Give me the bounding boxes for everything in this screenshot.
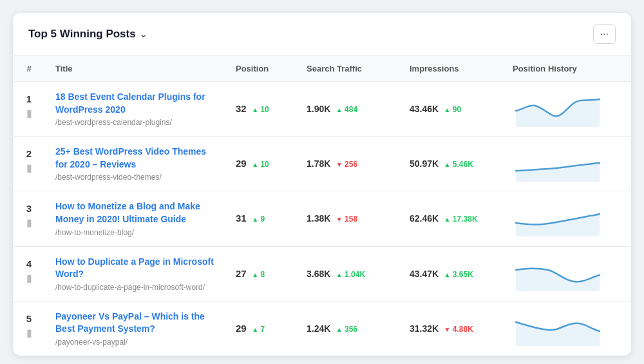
- document-icon: ▮: [23, 162, 35, 174]
- traffic-cell: 1.38K ▼ 158: [296, 191, 399, 246]
- impressions-cell: 43.47K ▲ 3.65K: [399, 246, 502, 301]
- table-header-row: # Title Position Search Traffic Impressi…: [13, 56, 631, 82]
- rank-number: 2: [23, 148, 35, 159]
- rank-cell: 3 ▮: [13, 191, 45, 246]
- impressions-value: 43.47K: [410, 269, 439, 279]
- impressions-delta: ▲ 17.38K: [444, 215, 478, 224]
- rank-number: 4: [23, 258, 35, 269]
- position-cell: 31 ▲ 9: [225, 191, 296, 246]
- traffic-cell: 1.78K ▼ 256: [296, 137, 399, 191]
- col-header-position: Position: [225, 56, 296, 82]
- sparkline-chart: [513, 311, 603, 346]
- sparkline-chart: [513, 201, 603, 236]
- rank-number: 5: [23, 313, 35, 324]
- rank-cell: 1 ▮: [13, 82, 45, 137]
- rank-cell: 4 ▮: [13, 246, 45, 301]
- history-cell: [502, 301, 631, 356]
- traffic-delta: ▲ 484: [336, 105, 357, 114]
- position-value: 31: [236, 213, 247, 224]
- history-cell: [502, 191, 631, 246]
- post-url: /best-wordpress-calendar-plugins/: [55, 118, 215, 127]
- post-url: /how-to-duplicate-a-page-in-microsoft-wo…: [55, 283, 215, 292]
- impressions-cell: 31.32K ▼ 4.88K: [399, 301, 502, 356]
- position-delta: ▲ 10: [252, 160, 269, 169]
- traffic-delta: ▲ 1.04K: [336, 270, 365, 279]
- impressions-cell: 50.97K ▲ 5.46K: [399, 137, 502, 191]
- traffic-cell: 1.24K ▲ 356: [296, 301, 399, 356]
- impressions-cell: 62.46K ▲ 17.38K: [399, 191, 502, 246]
- chevron-down-icon: ⌄: [140, 30, 147, 39]
- impressions-value: 50.97K: [410, 158, 439, 169]
- col-header-title: Title: [45, 56, 225, 82]
- table-row: 4 ▮ How to Duplicate a Page in Microsoft…: [13, 246, 631, 301]
- history-cell: [502, 82, 631, 137]
- position-delta: ▲ 9: [252, 215, 265, 224]
- impressions-delta: ▲ 90: [444, 105, 462, 114]
- traffic-value: 1.38K: [307, 213, 330, 224]
- title-cell: 18 Best Event Calendar Plugins for WordP…: [45, 82, 225, 137]
- col-header-history: Position History: [502, 56, 631, 82]
- table-row: 5 ▮ Payoneer Vs PayPal – Which is the Be…: [13, 301, 631, 356]
- traffic-value: 1.90K: [307, 104, 330, 114]
- post-title-link[interactable]: 25+ Best WordPress Video Themes for 2020…: [55, 146, 215, 171]
- traffic-cell: 3.68K ▲ 1.04K: [296, 246, 399, 301]
- rank-cell: 5 ▮: [13, 301, 45, 356]
- post-url: /how-to-monetize-blog/: [55, 228, 215, 237]
- table-row: 2 ▮ 25+ Best WordPress Video Themes for …: [13, 137, 631, 191]
- document-icon: ▮: [23, 327, 35, 339]
- document-icon: ▮: [23, 272, 35, 284]
- impressions-value: 62.46K: [410, 213, 439, 224]
- position-delta: ▲ 10: [252, 105, 269, 114]
- impressions-value: 31.32K: [410, 323, 439, 334]
- impressions-delta: ▲ 5.46K: [444, 160, 473, 169]
- traffic-value: 3.68K: [307, 269, 330, 279]
- post-title-link[interactable]: How to Monetize a Blog and Make Money in…: [55, 200, 215, 225]
- card-title: Top 5 Winning Posts ⌄: [28, 28, 147, 41]
- traffic-delta: ▲ 356: [336, 325, 357, 334]
- traffic-delta: ▼ 158: [336, 215, 357, 224]
- table-row: 1 ▮ 18 Best Event Calendar Plugins for W…: [13, 82, 631, 137]
- position-cell: 27 ▲ 8: [225, 246, 296, 301]
- history-cell: [502, 246, 631, 301]
- title-cell: How to Duplicate a Page in Microsoft Wor…: [45, 246, 225, 301]
- table-row: 3 ▮ How to Monetize a Blog and Make Mone…: [13, 191, 631, 246]
- impressions-value: 43.46K: [410, 104, 439, 114]
- position-value: 29: [236, 158, 247, 169]
- title-cell: 25+ Best WordPress Video Themes for 2020…: [45, 137, 225, 191]
- position-cell: 29 ▲ 10: [225, 137, 296, 191]
- traffic-value: 1.78K: [307, 158, 330, 169]
- position-value: 29: [236, 323, 247, 334]
- col-header-traffic: Search Traffic: [296, 56, 399, 82]
- document-icon: ▮: [23, 107, 35, 119]
- main-card: Top 5 Winning Posts ⌄ ··· # Title Positi…: [13, 13, 631, 356]
- rank-cell: 2 ▮: [13, 137, 45, 191]
- traffic-cell: 1.90K ▲ 484: [296, 82, 399, 137]
- impressions-cell: 43.46K ▲ 90: [399, 82, 502, 137]
- card-header: Top 5 Winning Posts ⌄ ···: [13, 13, 631, 56]
- col-header-num: #: [13, 56, 45, 82]
- position-delta: ▲ 8: [252, 270, 265, 279]
- document-icon: ▮: [23, 216, 35, 229]
- title-text: Top 5 Winning Posts: [28, 28, 136, 41]
- sparkline-chart: [513, 146, 603, 182]
- impressions-delta: ▲ 3.65K: [444, 270, 473, 279]
- col-header-impressions: Impressions: [399, 56, 502, 82]
- position-value: 27: [236, 268, 247, 279]
- more-menu-button[interactable]: ···: [593, 24, 616, 44]
- position-delta: ▲ 7: [252, 325, 265, 334]
- history-cell: [502, 137, 631, 191]
- post-title-link[interactable]: How to Duplicate a Page in Microsoft Wor…: [55, 256, 215, 281]
- position-cell: 29 ▲ 7: [225, 301, 296, 356]
- post-title-link[interactable]: Payoneer Vs PayPal – Which is the Best P…: [55, 311, 215, 336]
- position-cell: 32 ▲ 10: [225, 82, 296, 137]
- post-title-link[interactable]: 18 Best Event Calendar Plugins for WordP…: [55, 91, 215, 116]
- traffic-value: 1.24K: [307, 323, 330, 334]
- post-url: /payoneer-vs-paypal/: [55, 338, 215, 347]
- title-cell: How to Monetize a Blog and Make Money in…: [45, 191, 225, 246]
- impressions-delta: ▼ 4.88K: [444, 325, 473, 334]
- rank-number: 1: [23, 93, 35, 104]
- data-table: # Title Position Search Traffic Impressi…: [13, 56, 631, 356]
- traffic-delta: ▼ 256: [336, 160, 357, 169]
- sparkline-chart: [513, 91, 603, 127]
- post-url: /best-wordpress-video-themes/: [55, 173, 215, 182]
